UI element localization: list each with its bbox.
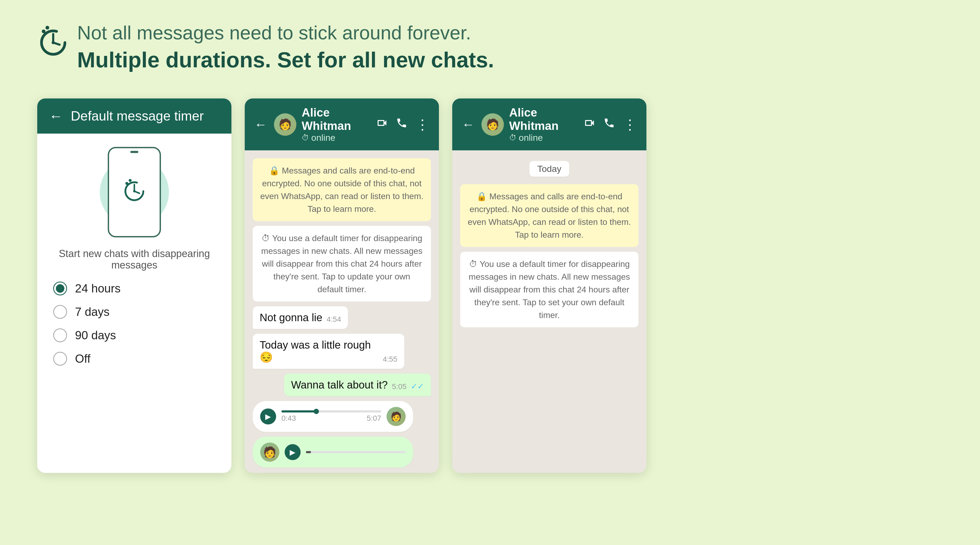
voice-times: 0:43 5:07	[282, 414, 381, 422]
today-label-container: Today	[460, 161, 638, 177]
encryption-notice3: 🔒 Messages and calls are end-to-end encr…	[460, 184, 638, 247]
svg-point-6	[46, 26, 49, 30]
radio-circle-90d	[53, 328, 67, 342]
msg-received-2: Today was a little rough 😔 4:55	[253, 334, 404, 369]
msg-text-3: Wanna talk about it?	[291, 379, 388, 391]
svg-point-11	[125, 182, 128, 185]
radio-label-90d: 90 days	[75, 329, 116, 342]
phone-frame	[108, 147, 161, 237]
chat3-header-info: Alice Whitman ⏱ online	[509, 106, 578, 143]
radio-label-off: Off	[75, 352, 91, 365]
start-new-chats-label: Start new chats with disappearing messag…	[53, 248, 215, 271]
waveform-track	[282, 410, 381, 413]
radio-option-7d[interactable]: 7 days	[53, 305, 215, 319]
timer-panel-header: ← Default message timer	[37, 99, 231, 134]
radio-option-90d[interactable]: 90 days	[53, 328, 215, 342]
panel-timer: ← Default message timer	[37, 99, 231, 473]
radio-circle-7d	[53, 305, 67, 319]
play-button[interactable]: ▶	[260, 408, 276, 424]
waveform-progress2	[306, 451, 311, 453]
video-call-icon3[interactable]	[584, 117, 595, 132]
msg-time-2: 4:55	[383, 355, 398, 363]
header-text: Not all messages need to stick around fo…	[77, 21, 494, 73]
voice-sender-avatar2: 🧑	[260, 443, 279, 462]
timer-icon	[123, 178, 146, 206]
more-options-icon3[interactable]: ⋮	[623, 118, 637, 131]
chat3-avatar: 🧑	[482, 113, 504, 136]
radio-label-24h: 24 hours	[75, 282, 121, 295]
svg-point-4	[52, 41, 55, 44]
today-badge: Today	[529, 161, 570, 177]
phone-call-icon2[interactable]	[396, 117, 407, 132]
chat3-avatar-inner: 🧑	[482, 113, 504, 136]
voice-elapsed: 0:43	[282, 414, 296, 422]
timer-notice3: ⏱ You use a default timer for disappeari…	[460, 252, 638, 327]
radio-label-7d: 7 days	[75, 305, 110, 319]
radio-circle-off	[53, 352, 67, 366]
chat2-contact-name: Alice Whitman	[302, 106, 371, 132]
timer-notice2: ⏱ You use a default timer for disappeari…	[253, 226, 431, 301]
msg-time-1: 4:54	[327, 315, 341, 323]
msg-ticks-1: ✓✓	[411, 382, 424, 391]
back-arrow-chat3[interactable]: ←	[462, 117, 474, 132]
header-section: Not all messages need to stick around fo…	[37, 21, 494, 73]
phone-call-icon3[interactable]	[603, 117, 615, 132]
voice-sender-avatar-inner2: 🧑	[260, 443, 279, 462]
chat2-body: 🔒 Messages and calls are end-to-end encr…	[245, 150, 439, 473]
radio-option-24h[interactable]: 24 hours	[53, 282, 215, 295]
msg-sent-1: Wanna talk about it? 5:05 ✓✓	[284, 374, 431, 396]
chat2-header-info: Alice Whitman ⏱ online	[302, 106, 371, 143]
chat3-header-icons: ⋮	[584, 117, 637, 132]
panel-chat2: ← 🧑 Alice Whitman ⏱ online ⋮	[245, 99, 439, 473]
back-arrow-timer[interactable]: ←	[49, 108, 63, 124]
status-clock-icon3: ⏱	[509, 133, 517, 142]
chat2-header: ← 🧑 Alice Whitman ⏱ online ⋮	[245, 99, 439, 150]
msg-received-1: Not gonna lie 4:54	[253, 306, 348, 329]
back-arrow-chat2[interactable]: ←	[254, 117, 267, 132]
header-title: Multiple durations. Set for all new chat…	[77, 47, 494, 73]
panels-container: ← Default message timer	[37, 99, 646, 473]
chat3-body: Today 🔒 Messages and calls are end-to-en…	[452, 150, 646, 473]
status-clock-icon2: ⏱	[302, 133, 309, 142]
radio-options: 24 hours 7 days 90 days Off	[53, 282, 215, 366]
more-options-icon2[interactable]: ⋮	[415, 118, 430, 131]
waveform2	[306, 451, 406, 453]
msg-time-3: 5:05	[392, 382, 407, 391]
video-call-icon2[interactable]	[376, 117, 388, 132]
waveform-track2	[306, 451, 406, 453]
play-button-2[interactable]: ▶	[285, 444, 301, 460]
waveform-progress	[282, 410, 316, 413]
timer-panel-body: Start new chats with disappearing messag…	[37, 134, 231, 389]
chat3-contact-status: ⏱ online	[509, 132, 578, 143]
voice-msg-received: ▶ 0:43 5:07 🧑	[253, 401, 413, 432]
waveform: 0:43 5:07	[282, 410, 381, 422]
chat3-header: ← 🧑 Alice Whitman ⏱ online ⋮	[452, 99, 646, 150]
chat2-contact-status: ⏱ online	[302, 132, 371, 143]
timer-panel-title: Default message timer	[71, 108, 204, 124]
svg-point-12	[129, 179, 132, 182]
disappearing-clock-icon	[37, 24, 69, 56]
chat2-avatar: 🧑	[274, 113, 296, 136]
chat2-header-icons: ⋮	[376, 117, 430, 132]
voice-total: 5:07	[367, 414, 382, 422]
phone-notch	[130, 151, 138, 153]
waveform-dot	[313, 409, 319, 414]
phone-illustration	[53, 147, 215, 237]
voice-msg-sent-partial: 🧑 ▶	[253, 437, 413, 468]
panel-chat3: ← 🧑 Alice Whitman ⏱ online ⋮	[452, 99, 646, 473]
svg-point-10	[133, 190, 136, 193]
chat2-avatar-inner: 🧑	[274, 113, 296, 136]
radio-option-off[interactable]: Off	[53, 352, 215, 366]
chat3-contact-name: Alice Whitman	[509, 106, 578, 132]
msg-text-1: Not gonna lie	[259, 312, 322, 323]
svg-point-5	[42, 30, 46, 33]
voice-sender-avatar: 🧑	[387, 407, 406, 426]
radio-circle-24h	[53, 282, 67, 295]
msg-text-2: Today was a little rough 😔	[259, 339, 379, 363]
header-subtitle: Not all messages need to stick around fo…	[77, 21, 494, 44]
encryption-notice2: 🔒 Messages and calls are end-to-end encr…	[253, 158, 431, 221]
